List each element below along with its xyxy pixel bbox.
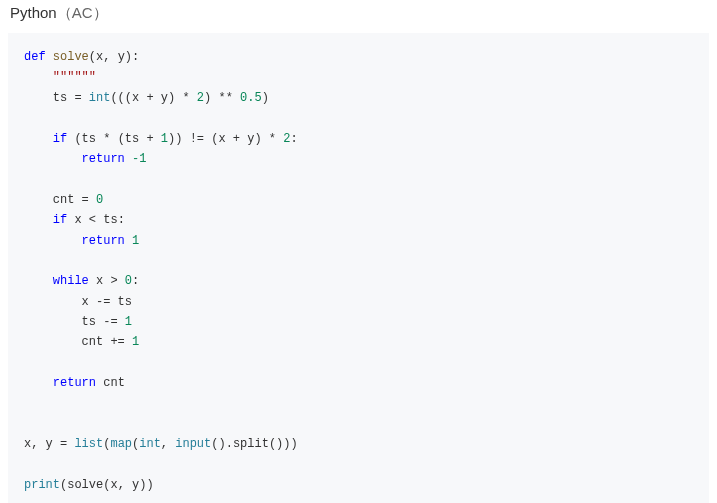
code-text: cnt = bbox=[24, 193, 96, 207]
code-text: (((x + y) * bbox=[110, 91, 196, 105]
status-label: （AC） bbox=[57, 4, 108, 21]
builtin-int: int bbox=[139, 437, 161, 451]
code-text: x < ts: bbox=[67, 213, 125, 227]
builtin-input: input bbox=[175, 437, 211, 451]
code-text bbox=[125, 234, 132, 248]
code-header: Python（AC） bbox=[8, 4, 709, 23]
number: -1 bbox=[132, 152, 146, 166]
number: 0 bbox=[96, 193, 103, 207]
code-text: ().split())) bbox=[211, 437, 297, 451]
code-text: (x, y): bbox=[89, 50, 139, 64]
code-text: x, y = bbox=[24, 437, 74, 451]
function-name: solve bbox=[53, 50, 89, 64]
code-text: ) bbox=[262, 91, 269, 105]
code-text bbox=[125, 152, 132, 166]
builtin-int: int bbox=[89, 91, 111, 105]
code-text: (ts * (ts + bbox=[67, 132, 161, 146]
code-text: ) ** bbox=[204, 91, 240, 105]
keyword-return: return bbox=[82, 152, 125, 166]
code-text: cnt bbox=[96, 376, 125, 390]
code-text: x -= ts bbox=[24, 295, 132, 309]
code-text: x > bbox=[89, 274, 125, 288]
builtin-print: print bbox=[24, 478, 60, 492]
code-text: )) != (x + y) * bbox=[168, 132, 283, 146]
number: 1 bbox=[132, 234, 139, 248]
number: 2 bbox=[197, 91, 204, 105]
code-text: : bbox=[132, 274, 139, 288]
number: 1 bbox=[132, 335, 139, 349]
docstring: """""" bbox=[53, 70, 96, 84]
number: 0.5 bbox=[240, 91, 262, 105]
number: 1 bbox=[125, 315, 132, 329]
code-text: cnt += bbox=[24, 335, 132, 349]
keyword-return: return bbox=[82, 234, 125, 248]
code-block: def solve(x, y): """""" ts = int(((x + y… bbox=[8, 33, 709, 503]
builtin-map: map bbox=[110, 437, 132, 451]
keyword-while: while bbox=[53, 274, 89, 288]
code-text: , bbox=[161, 437, 175, 451]
keyword-def: def bbox=[24, 50, 46, 64]
keyword-if: if bbox=[53, 132, 67, 146]
number: 1 bbox=[161, 132, 168, 146]
keyword-if: if bbox=[53, 213, 67, 227]
code-text: : bbox=[290, 132, 297, 146]
language-label: Python bbox=[10, 4, 57, 21]
code-text: ts = bbox=[24, 91, 89, 105]
code-text: ts -= bbox=[24, 315, 125, 329]
number: 0 bbox=[125, 274, 132, 288]
builtin-list: list bbox=[74, 437, 103, 451]
code-text: (solve(x, y)) bbox=[60, 478, 154, 492]
keyword-return: return bbox=[53, 376, 96, 390]
